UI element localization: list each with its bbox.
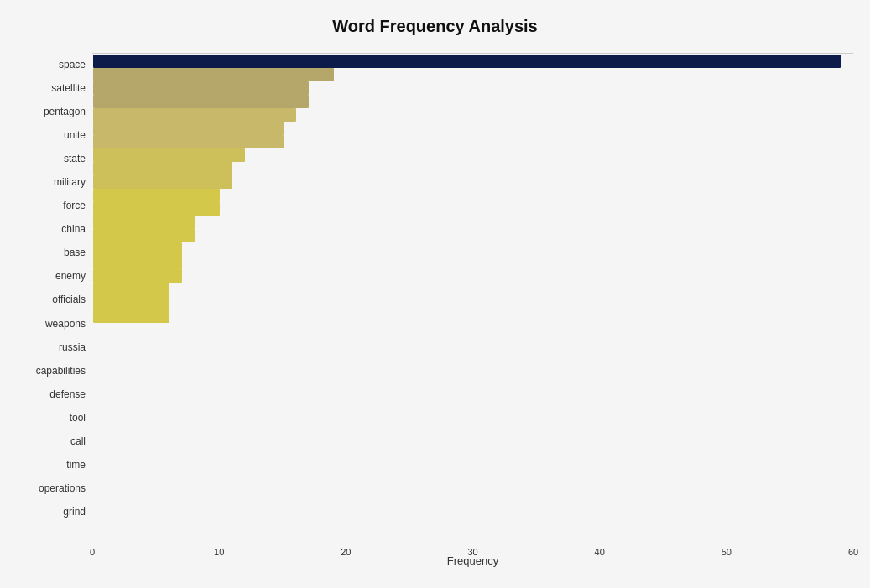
bar-weapons (93, 202, 220, 216)
y-label-grind: grind (63, 501, 86, 523)
bar-operations (93, 296, 169, 310)
bar-row-enemy (93, 175, 853, 189)
bar-tool (93, 256, 182, 269)
bar-row-call (93, 269, 853, 283)
bar-military (93, 122, 284, 135)
bar-state (93, 108, 296, 122)
bar-row-russia (93, 216, 853, 229)
bar-pentagon (93, 81, 309, 95)
y-label-operations: operations (39, 477, 86, 499)
bar-row-defense (93, 242, 853, 256)
plot-wrapper: 0102030405060 Frequency (92, 53, 853, 523)
y-label-time: time (66, 454, 86, 476)
chart-title: Word Frequency Analysis (17, 17, 853, 36)
x-axis-label: Frequency (92, 554, 853, 567)
y-axis: spacesatellitepentagonunitestatemilitary… (17, 53, 92, 523)
y-label-russia: russia (59, 336, 86, 358)
bar-grind (93, 310, 169, 323)
bar-enemy (93, 175, 232, 189)
bar-row-satellite (93, 68, 853, 81)
bar-china (93, 148, 245, 162)
bar-row-force (93, 135, 853, 148)
bar-base (93, 162, 232, 175)
bar-unite (93, 95, 309, 108)
bar-row-space (93, 55, 853, 68)
y-label-enemy: enemy (55, 265, 86, 287)
chart-area: spacesatellitepentagonunitestatemilitary… (17, 53, 853, 523)
y-label-satellite: satellite (51, 77, 86, 99)
y-label-china: china (61, 218, 86, 240)
y-label-base: base (64, 242, 86, 263)
bar-row-time (93, 283, 853, 296)
bar-row-base (93, 162, 853, 175)
y-label-officials: officials (52, 289, 86, 310)
bar-time (93, 283, 169, 296)
y-label-defense: defense (49, 383, 86, 405)
y-label-tool: tool (70, 407, 86, 429)
bar-row-china (93, 148, 853, 162)
bar-russia (93, 216, 195, 229)
chart-container: Word Frequency Analysis spacesatellitepe… (0, 0, 870, 588)
bar-row-grind (93, 310, 853, 323)
y-label-force: force (63, 195, 86, 216)
y-label-capabilities: capabilities (36, 360, 86, 382)
bar-row-tool (93, 256, 853, 269)
bar-satellite (93, 68, 334, 81)
y-label-military: military (54, 171, 86, 193)
bars-area (93, 53, 853, 56)
bar-row-capabilities (93, 229, 853, 242)
bar-row-operations (93, 296, 853, 310)
bar-call (93, 269, 182, 283)
bar-force (93, 135, 284, 148)
y-label-unite: unite (64, 124, 86, 146)
bar-space (93, 55, 841, 68)
bar-row-military (93, 122, 853, 135)
bar-officials (93, 189, 220, 202)
y-label-space: space (59, 54, 86, 75)
y-label-weapons: weapons (45, 313, 86, 335)
y-label-state: state (64, 148, 86, 169)
bar-row-unite (93, 95, 853, 108)
y-label-pentagon: pentagon (44, 101, 86, 122)
y-label-call: call (70, 430, 86, 452)
bar-row-weapons (93, 202, 853, 216)
bar-row-state (93, 108, 853, 122)
bar-defense (93, 242, 182, 256)
bar-row-pentagon (93, 81, 853, 95)
bar-row-officials (93, 189, 853, 202)
plot-area (92, 53, 853, 54)
bar-capabilities (93, 229, 195, 242)
